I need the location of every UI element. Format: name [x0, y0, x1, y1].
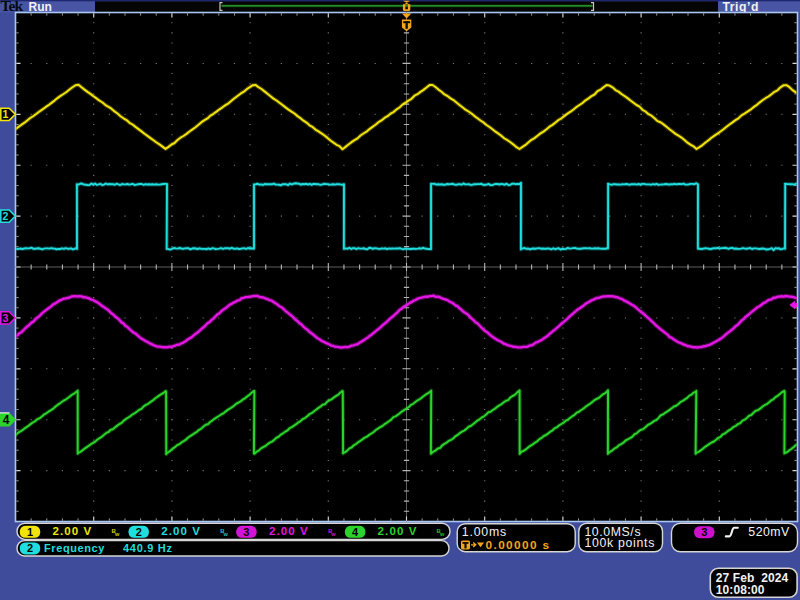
svg-text:1.00ms: 1.00ms — [462, 525, 507, 539]
svg-text:520mV: 520mV — [748, 525, 790, 539]
svg-text:w: w — [223, 531, 229, 537]
svg-text:4: 4 — [352, 526, 359, 538]
svg-text:2.00 V: 2.00 V — [161, 525, 201, 537]
svg-text:w: w — [114, 531, 120, 537]
svg-text:2: 2 — [27, 542, 33, 554]
svg-text:Run: Run — [29, 0, 52, 14]
svg-text:2.00 V: 2.00 V — [53, 525, 93, 537]
svg-text:1: 1 — [2, 108, 8, 120]
svg-text:3: 3 — [2, 312, 8, 324]
svg-text:Trig’d: Trig’d — [723, 0, 759, 14]
svg-text:2: 2 — [2, 210, 8, 222]
svg-text:0.00000 s: 0.00000 s — [486, 538, 551, 552]
svg-text:440.9 Hz: 440.9 Hz — [123, 542, 173, 554]
svg-text:2.00 V: 2.00 V — [378, 525, 418, 537]
svg-text:w: w — [330, 531, 336, 537]
svg-text:3: 3 — [701, 526, 707, 538]
svg-text:10:08:00: 10:08:00 — [716, 583, 765, 597]
svg-text:4: 4 — [3, 413, 10, 427]
svg-text:2: 2 — [136, 526, 142, 538]
svg-text:w: w — [439, 531, 445, 537]
svg-text:100k points: 100k points — [584, 536, 655, 550]
svg-text:1: 1 — [27, 526, 33, 538]
svg-text:2.00 V: 2.00 V — [269, 525, 309, 537]
svg-text:Frequency: Frequency — [44, 542, 105, 554]
svg-text:3: 3 — [243, 526, 249, 538]
